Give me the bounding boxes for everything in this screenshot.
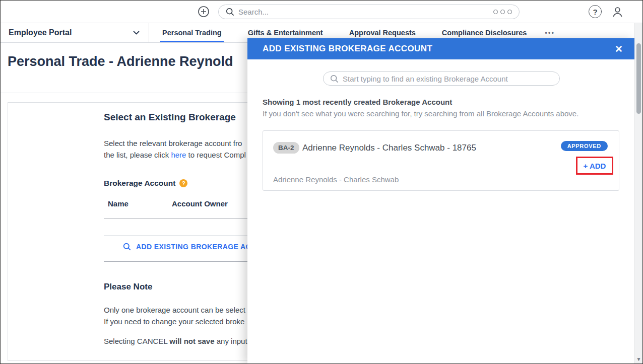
scrollbar-thumb[interactable] [636, 43, 641, 114]
app-window: ? Employee Portal Personal Trading Gifts… [0, 0, 643, 364]
close-icon[interactable]: ✕ [615, 44, 623, 54]
note-line-2: If you need to change your selected brok… [104, 317, 244, 326]
portal-label: Employee Portal [9, 28, 72, 37]
user-icon [611, 5, 624, 19]
chevron-down-icon [133, 31, 140, 35]
request-compliance-link[interactable]: here [171, 151, 186, 159]
modal-search-input[interactable] [343, 75, 553, 83]
section-heading: Select an Existing Brokerage [104, 112, 236, 123]
add-button[interactable]: + ADD [584, 162, 606, 170]
status-badge: APPROVED [561, 141, 608, 151]
result-subtitle: Adrienne Reynolds - Charles Schwab [273, 175, 399, 184]
results-hint: If you don't see what you were searching… [263, 109, 578, 118]
search-icon [226, 8, 234, 16]
result-title: Adrienne Reynolds - Charles Schwab - 187… [302, 143, 476, 153]
tab-personal-trading[interactable]: Personal Trading [149, 23, 235, 42]
add-new-button[interactable] [198, 6, 210, 18]
results-summary: Showing 1 most recently created Brokerag… [263, 98, 452, 106]
search-icon [123, 243, 131, 251]
description-line-2: the list, please click here to request C… [104, 149, 246, 161]
scroll-down-arrow-icon[interactable]: ▼ [635, 356, 642, 362]
add-brokerage-account-modal: ADD EXISTING BROKERAGE ACCOUNT ✕ Showing… [247, 38, 635, 363]
modal-header: ADD EXISTING BROKERAGE ACCOUNT ✕ [247, 38, 635, 59]
add-existing-brokerage-link[interactable]: ADD EXISTING BROKERAGE AC [123, 243, 251, 251]
search-options-icon[interactable] [493, 10, 512, 14]
column-header-name: Name [108, 199, 128, 208]
brokerage-account-field: Brokerage Account ? [104, 179, 187, 188]
add-existing-label: ADD EXISTING BROKERAGE AC [136, 243, 251, 251]
top-bar: ? [1, 1, 642, 23]
global-search[interactable] [218, 5, 520, 19]
modal-title: ADD EXISTING BROKERAGE ACCOUNT [263, 44, 615, 54]
note-line-3: Selecting CANCEL will not save any input [104, 337, 247, 345]
record-id-badge: BA-2 [273, 142, 299, 154]
field-label: Brokerage Account [104, 179, 175, 188]
help-button[interactable]: ? [589, 5, 602, 18]
user-profile-button[interactable] [611, 5, 624, 19]
section-description: Select the relevant brokerage account fr… [104, 137, 246, 161]
page-title: Personal Trade - Adrienne Reynold [8, 54, 233, 69]
global-search-input[interactable] [238, 8, 489, 16]
plus-circle-icon [198, 6, 210, 18]
add-button-highlight: + ADD [576, 157, 613, 175]
vertical-scrollbar[interactable]: ▼ [634, 23, 642, 363]
column-header-account-owner: Account Owner [172, 199, 228, 208]
field-help-icon[interactable]: ? [179, 179, 187, 187]
portal-selector[interactable]: Employee Portal [1, 23, 149, 42]
search-icon [330, 75, 339, 83]
note-line-1: Only one brokerage account can be select [104, 306, 245, 314]
modal-search[interactable] [323, 71, 560, 86]
description-line-1: Select the relevant brokerage account fr… [104, 137, 246, 149]
question-mark-icon: ? [593, 8, 597, 16]
brokerage-account-result-card: BA-2 Adrienne Reynolds - Charles Schwab … [263, 130, 619, 191]
please-note-heading: Please Note [104, 282, 152, 292]
